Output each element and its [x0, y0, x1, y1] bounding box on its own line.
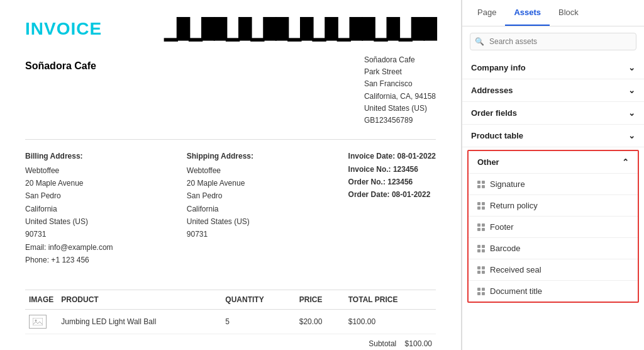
chevron-down-icon: ⌄: [628, 108, 635, 118]
svg-point-1: [35, 319, 37, 321]
search-icon: 🔍: [475, 37, 484, 46]
other-section: Other ⌃ Signature Return policy Footer: [467, 150, 639, 303]
other-item-signature[interactable]: Signature: [469, 173, 638, 195]
col-total: TOTAL PRICE: [345, 290, 436, 309]
grid-icon: [477, 245, 485, 252]
company-name: Soñadora Cafe: [25, 60, 364, 72]
sidebar: Page Assets Block 🔍 Company info ⌄ Addre…: [462, 0, 644, 350]
section-order-fields-label: Order fields: [471, 108, 517, 118]
invoice-header-row: INVOICE ▁█▁██▁█▁██▁█▁█▁██▁█▁██: [25, 19, 436, 42]
other-items-list: Signature Return policy Footer Barcode: [469, 173, 638, 302]
product-table: IMAGE PRODUCT QUANTITY PRICE TOTAL PRICE…: [25, 290, 436, 350]
section-addresses-label: Addresses: [471, 86, 513, 95]
col-image: IMAGE: [25, 290, 57, 309]
subtotal-row: Subtotal $100.00: [25, 334, 436, 350]
divider: [25, 139, 436, 140]
section-order-fields[interactable]: Order fields ⌄: [462, 102, 644, 125]
other-item-return-policy[interactable]: Return policy: [469, 195, 638, 216]
shipping-address: Shipping Address: Webtoffee 20 Maple Ave…: [187, 150, 330, 267]
invoice-details-row: Billing Address: Webtoffee 20 Maple Aven…: [25, 150, 436, 277]
product-total: $100.00: [345, 309, 436, 334]
search-box: 🔍: [470, 33, 636, 50]
col-product: PRODUCT: [57, 290, 221, 309]
other-item-received-seal[interactable]: Received seal: [469, 259, 638, 280]
product-image-placeholder: [29, 315, 47, 329]
tab-block[interactable]: Block: [550, 0, 587, 26]
company-info-row: Soñadora Cafe Soñadora Cafe Park Street …: [25, 54, 436, 127]
section-product-table[interactable]: Product table ⌄: [462, 125, 644, 147]
grid-icon: [477, 266, 485, 274]
section-company-info[interactable]: Company info ⌄: [462, 57, 644, 79]
billing-shipping-section: Billing Address: Webtoffee 20 Maple Aven…: [25, 150, 330, 267]
other-item-footer[interactable]: Footer: [469, 216, 638, 237]
barcode-image: ▁█▁██▁█▁██▁█▁█▁██▁█▁██: [164, 19, 436, 42]
svg-rect-0: [33, 318, 43, 325]
sidebar-tabs: Page Assets Block: [462, 0, 644, 26]
grid-icon: [477, 288, 485, 295]
other-item-document-title[interactable]: Document title: [469, 280, 638, 302]
tab-assets[interactable]: Assets: [505, 0, 550, 26]
search-input[interactable]: [470, 33, 636, 50]
company-address: Soñadora Cafe Park Street San Francisco …: [364, 54, 436, 127]
chevron-down-icon: ⌄: [628, 63, 635, 72]
other-label: Other: [477, 157, 499, 167]
grid-icon: [477, 181, 485, 188]
billing-address: Billing Address: Webtoffee 20 Maple Aven…: [25, 150, 168, 267]
product-image-cell: [25, 309, 57, 334]
tab-page[interactable]: Page: [469, 0, 505, 26]
grid-icon: [477, 223, 485, 231]
other-item-barcode[interactable]: Barcode: [469, 237, 638, 259]
section-company-info-label: Company info: [471, 63, 526, 72]
product-price: $20.00: [296, 309, 345, 334]
grid-icon: [477, 202, 485, 210]
other-section-header[interactable]: Other ⌃: [469, 151, 638, 173]
col-price: PRICE: [296, 290, 345, 309]
section-addresses[interactable]: Addresses ⌄: [462, 79, 644, 102]
invoice-meta: Invoice Date: 08-01-2022 Invoice No.: 12…: [348, 150, 436, 277]
table-row: Jumbing LED Light Wall Ball 5 $20.00 $10…: [25, 309, 436, 334]
section-product-table-label: Product table: [471, 131, 523, 140]
chevron-down-icon: ⌄: [628, 131, 635, 140]
invoice-panel: INVOICE ▁█▁██▁█▁██▁█▁█▁██▁█▁██ Soñadora …: [0, 0, 462, 350]
invoice-title: INVOICE: [25, 19, 102, 39]
company-name-block: Soñadora Cafe: [25, 54, 364, 127]
product-name: Jumbing LED Light Wall Ball: [57, 309, 221, 334]
chevron-up-icon: ⌃: [622, 157, 629, 167]
col-quantity: QUANTITY: [221, 290, 295, 309]
chevron-down-icon: ⌄: [628, 86, 635, 95]
product-quantity: 5: [221, 309, 295, 334]
